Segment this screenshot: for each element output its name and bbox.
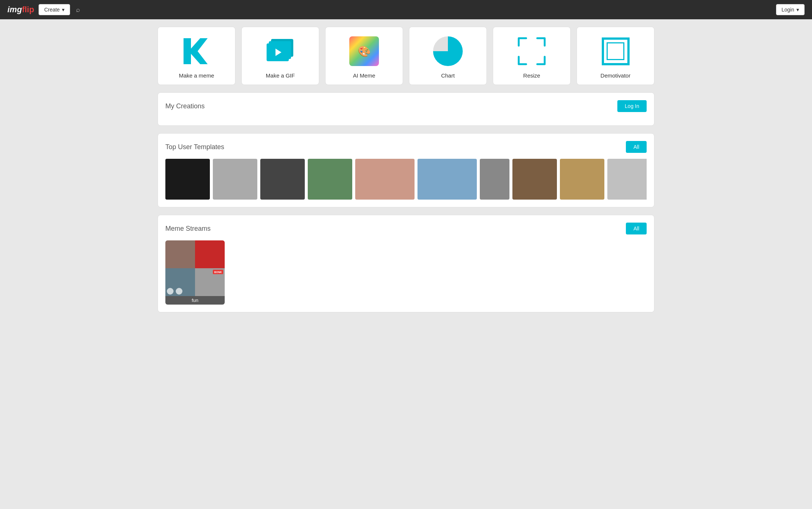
gif-stack-icon (267, 37, 294, 65)
template-grid (165, 159, 647, 200)
template-thumb-6[interactable] (417, 159, 477, 200)
demo-inner-box (607, 42, 624, 60)
chart-card[interactable]: Chart (409, 27, 487, 85)
login-chevron-icon: ▾ (796, 7, 799, 13)
template-thumb-10[interactable] (607, 159, 647, 200)
logo: imgflip (7, 5, 34, 14)
demotivator-icon (599, 35, 632, 68)
my-creations-section: My Creations Log In (158, 92, 654, 126)
template-thumb-1[interactable] (165, 159, 210, 200)
resize-svg-icon (517, 36, 547, 66)
play-triangle-icon (275, 49, 281, 56)
streams-grid: BONK fun (165, 240, 647, 305)
meme-svg-icon (180, 35, 213, 68)
resize-icon (515, 35, 548, 68)
meme-streams-section: Meme Streams All BONK fun (158, 215, 654, 312)
ai-meme-card[interactable]: 🎨 AI Meme (325, 27, 403, 85)
ai-meme-box-icon: 🎨 (349, 36, 379, 66)
stream-cell-2 (195, 240, 225, 268)
create-button[interactable]: Create ▾ (39, 4, 70, 15)
login-button[interactable]: Login ▾ (776, 4, 805, 15)
ai-meme-emoji-icon: 🎨 (358, 45, 371, 58)
search-icon: ⌕ (76, 6, 80, 13)
my-creations-header: My Creations Log In (165, 100, 647, 112)
ai-meme-icon: 🎨 (347, 35, 381, 68)
ai-meme-label: AI Meme (353, 72, 375, 79)
make-meme-card[interactable]: Make a meme (158, 27, 235, 85)
header-right: Login ▾ (776, 4, 805, 15)
resize-label: Resize (523, 72, 540, 79)
template-thumb-7[interactable] (480, 159, 509, 200)
make-gif-icon (264, 35, 297, 68)
top-templates-section: Top User Templates All (158, 133, 654, 207)
meme-streams-title: Meme Streams (165, 225, 211, 233)
make-meme-label: Make a meme (179, 72, 214, 79)
demotivator-label: Demotivator (601, 72, 631, 79)
search-button[interactable]: ⌕ (75, 4, 82, 15)
top-templates-title: Top User Templates (165, 143, 224, 151)
create-chevron-icon: ▾ (62, 7, 65, 13)
stream-label-fun: fun (165, 296, 225, 305)
meme-streams-all-button[interactable]: All (626, 223, 647, 234)
create-label: Create (44, 7, 60, 13)
chart-pie-icon (433, 36, 463, 66)
tool-cards-row: Make a meme Make a GIF 🎨 (158, 27, 654, 85)
my-creations-title: My Creations (165, 102, 205, 110)
template-thumb-5[interactable] (355, 159, 415, 200)
top-templates-header: Top User Templates All (165, 141, 647, 153)
logo-text-img: img (7, 5, 22, 14)
login-label: Login (782, 7, 794, 13)
template-thumb-3[interactable] (260, 159, 305, 200)
stream-cell-4: BONK (195, 268, 225, 296)
demo-outer-box (602, 37, 630, 65)
resize-card[interactable]: Resize (493, 27, 571, 85)
make-gif-label: Make a GIF (266, 72, 295, 79)
svg-marker-0 (184, 38, 208, 64)
template-thumb-8[interactable] (512, 159, 557, 200)
chart-icon (431, 35, 465, 68)
top-templates-all-button[interactable]: All (626, 141, 647, 153)
gif-card-front (267, 43, 289, 61)
stream-card-fun[interactable]: BONK fun (165, 240, 225, 305)
logo-text-flip: flip (22, 5, 34, 14)
make-meme-icon (180, 35, 213, 68)
header: imgflip Create ▾ ⌕ Login ▾ (0, 0, 812, 19)
stream-mosaic-fun: BONK (165, 240, 225, 296)
meme-streams-header: Meme Streams All (165, 223, 647, 234)
template-thumb-2[interactable] (213, 159, 257, 200)
demotivator-card[interactable]: Demotivator (577, 27, 654, 85)
log-in-button[interactable]: Log In (617, 100, 647, 112)
stream-cell-1 (165, 240, 195, 268)
header-left: imgflip Create ▾ ⌕ (7, 4, 82, 15)
make-gif-card[interactable]: Make a GIF (241, 27, 319, 85)
stream-cell-3 (165, 268, 195, 296)
chart-label: Chart (441, 72, 455, 79)
template-thumb-4[interactable] (308, 159, 352, 200)
template-thumb-9[interactable] (560, 159, 604, 200)
main-content: Make a meme Make a GIF 🎨 (150, 19, 662, 327)
